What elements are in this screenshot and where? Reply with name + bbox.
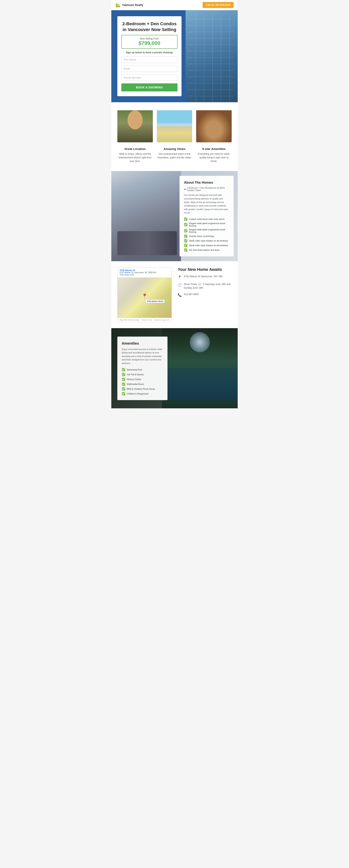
amenity-5: ✅ Children's Playground [122, 392, 163, 395]
amenity-check-0: ✅ [122, 368, 125, 371]
check-icon-5: ✅ [184, 244, 187, 247]
amenity-0: ✅ Swimming Pool [122, 368, 163, 371]
hero-section: 2-Bedroom + Den Condos in Vancouver Now … [111, 10, 238, 102]
about-feature-3: ✅ Granite stone countertops [184, 235, 229, 238]
book-showing-button[interactable]: BOOK A SHOWING [121, 83, 177, 91]
about-feature-5: ✅ Sleek roller-style shades on all windo… [184, 244, 229, 247]
map-container: 4742 Nelson St 4742 Nelson St, Vancouver… [117, 267, 172, 322]
phone-input[interactable] [121, 74, 177, 81]
map-footer-report[interactable]: Report a map error [154, 319, 170, 321]
contact-address-text: 4742 Nelson St Vancouver, V6Y 284 [184, 275, 223, 278]
amenity-2: ✅ Fitness Centre [122, 378, 163, 381]
about-info-box: About The Homes 🛏 2 Bedroom + Den Reside… [179, 176, 234, 256]
hero-title: 2-Bedroom + Den Condos in Vancouver Now … [121, 21, 177, 32]
form-subtitle: Sign up below to book a private showing: [121, 51, 177, 54]
phone-icon: 📞 [178, 293, 182, 298]
about-feature-0: ✅ Custom solid wood suite entry doors [184, 217, 229, 221]
feature-title-location: Great Location [117, 147, 153, 151]
check-icon-4: ✅ [184, 239, 187, 242]
amenities-title: Amenities [122, 341, 163, 346]
features-images-grid [117, 110, 232, 142]
amenity-check-2: ✅ [122, 378, 125, 381]
about-feature-2: ✅ Elegant wide-plank engineered wood flo… [184, 228, 229, 233]
map-pin-label: 4742 Nelson Street [146, 300, 165, 303]
feature-image-amenities [196, 110, 232, 142]
amenity-3: ✅ Multimedia Room [122, 382, 163, 386]
about-interior-image [111, 171, 181, 261]
amenity-check-5: ✅ [122, 392, 125, 395]
feature-image-views [157, 110, 192, 142]
check-icon-2: ✅ [184, 229, 187, 232]
map-pin: 📍 [142, 293, 148, 299]
amenity-1: ✅ Hot Tub & Sauna [122, 373, 163, 376]
map-section: 4742 Nelson St 4742 Nelson St, Vancouver… [111, 261, 238, 328]
location-icon: 📍 [178, 275, 182, 280]
map-footer-terms[interactable]: Terms of Use [141, 319, 152, 321]
skylight-visual [190, 332, 210, 352]
map-header: 4742 Nelson St 4742 Nelson St, Vancouver… [118, 268, 172, 278]
contact-title: Your New Home Awaits [178, 267, 232, 272]
contact-address: 📍 4742 Nelson St Vancouver, V6Y 284 [178, 275, 232, 280]
map-view-larger-link[interactable]: View larger map [120, 274, 170, 276]
logo: 🏡 Yaletown Realty [115, 3, 143, 7]
amenity-check-1: ✅ [122, 373, 125, 376]
about-subtitle: 🛏 2 Bedroom + Den Residences at West Gar… [184, 187, 229, 191]
email-input[interactable] [121, 65, 177, 72]
feature-desc-views: Get unobstructed views of the mountains,… [157, 152, 192, 159]
about-feature-4: ✅ Sleek roller-style shades on all windo… [184, 239, 229, 242]
amenities-desc: Enjoy convenient access to eclectic reta… [122, 348, 163, 365]
feature-items: Great Location Walk to shops, offices an… [117, 147, 232, 163]
feature-desc-location: Walk to shops, offices and the entertain… [117, 152, 153, 163]
logo-icon: 🏡 [115, 3, 120, 7]
feature-image-location [117, 110, 153, 142]
feature-title-amenities: 5-star Amenities [196, 147, 232, 151]
hero-image [185, 10, 238, 102]
price-label: Now Selling From [124, 37, 175, 40]
contact-info: Your New Home Awaits 📍 4742 Nelson St Va… [178, 267, 232, 298]
feature-item-views: Amazing Views Get unobstructed views of … [157, 147, 192, 163]
amenity-check-3: ✅ [122, 382, 125, 386]
logo-text: Yaletown Realty [122, 3, 143, 7]
map-footer-data: Map data ©2019 Google [120, 319, 139, 321]
feature-item-amenities: 5-star Amenities Everything you need for… [196, 147, 232, 163]
about-feature-6: ✅ GE front-load washer and dryer [184, 248, 229, 252]
clock-icon: 🕐 [178, 283, 182, 287]
check-icon-6: ✅ [184, 248, 187, 252]
bed-icon: 🛏 [184, 188, 186, 190]
amenity-4: ✅ BBQ & Outdoor Picnic Areas [122, 387, 163, 391]
about-section: About The Homes 🛏 2 Bedroom + Den Reside… [111, 171, 238, 261]
about-feature-1: ✅ Elegant wide-plank engineered wood flo… [184, 222, 229, 227]
map-address-line1[interactable]: 4742 Nelson St [120, 269, 170, 272]
map-footer: Map data ©2019 Google Terms of Use Repor… [118, 318, 172, 322]
building-visual [185, 10, 238, 102]
feature-title-views: Amazing Views [157, 147, 192, 151]
amenities-section: Amenities Enjoy convenient access to ecl… [111, 328, 238, 408]
contact-phone-text: 512-467-8903 [184, 292, 199, 296]
about-feature-list: ✅ Custom solid wood suite entry doors ✅ … [184, 217, 229, 252]
price-box: Now Selling From $799,000 [121, 35, 177, 49]
about-desc: Our homes are designed and built with un… [184, 193, 229, 215]
features-section: Great Location Walk to shops, offices an… [111, 102, 238, 171]
contact-show-times-text: Show Times: 12 - 5 Saturday June 18th an… [184, 282, 232, 290]
map-address-line2: 4742 Nelson St, Vancouver, BC V6B 6K4 [120, 272, 170, 274]
first-name-input[interactable] [121, 56, 177, 63]
map-visual[interactable]: 📍 4742 Nelson Street [118, 278, 172, 318]
feature-item-location: Great Location Walk to shops, offices an… [117, 147, 153, 163]
navbar: 🏡 Yaletown Realty Call Us: 567-876-1229 [111, 0, 238, 10]
about-title: About The Homes [184, 181, 229, 185]
cta-phone-button[interactable]: Call Us: 567-876-1229 [203, 2, 234, 8]
hero-form-box: 2-Bedroom + Den Condos in Vancouver Now … [117, 16, 181, 96]
contact-phone: 📞 512-467-8903 [178, 292, 232, 298]
pool-image [162, 328, 238, 408]
amenities-list: ✅ Swimming Pool ✅ Hot Tub & Sauna ✅ Fitn… [122, 368, 163, 395]
contact-show-times: 🕐 Show Times: 12 - 5 Saturday June 18th … [178, 282, 232, 290]
amenities-info-box: Amenities Enjoy convenient access to ecl… [117, 337, 168, 400]
check-icon-0: ✅ [184, 217, 187, 221]
amenity-check-4: ✅ [122, 387, 125, 391]
price-value: $799,000 [124, 40, 175, 46]
feature-desc-amenities: Everything you need for hotel-quality li… [196, 152, 232, 163]
check-icon-1: ✅ [184, 223, 187, 226]
check-icon-3: ✅ [184, 235, 187, 238]
